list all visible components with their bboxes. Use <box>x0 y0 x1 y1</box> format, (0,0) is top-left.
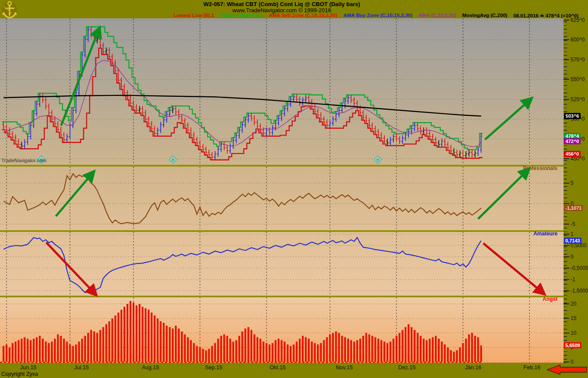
value-badge-AMA: 472^0 <box>564 138 581 144</box>
angst-bar <box>308 339 310 362</box>
angst-bar <box>145 308 147 362</box>
x-axis-label: Aug.15 <box>142 364 159 371</box>
y-axis-major-tick <box>564 59 569 60</box>
angst-bar <box>287 344 288 362</box>
angst-bar <box>256 337 258 362</box>
angst-bar <box>9 347 10 362</box>
angst-bar <box>477 337 479 362</box>
angst-bar <box>160 321 161 362</box>
copyright: Copyright Zyxa <box>1 371 38 377</box>
angst-bar <box>390 341 391 362</box>
angst-bar <box>166 326 168 362</box>
angst-bar <box>217 339 219 362</box>
angst-bar <box>157 318 158 362</box>
angst-bar <box>51 341 53 362</box>
trade-navigator-window: W2-057: Wheat CBT (Comb) Cont Liq @ CBOT… <box>0 0 588 378</box>
angst-bar <box>250 330 252 362</box>
angst-bar <box>103 327 104 362</box>
y-axis-label: 600^0 <box>571 37 585 43</box>
angst-bar <box>190 340 192 362</box>
angst-bar <box>278 339 280 362</box>
y-axis-major-tick <box>564 234 569 235</box>
angst-bar <box>175 326 177 362</box>
y-axis-major-tick <box>564 303 569 304</box>
scroll-left-arrow-icon[interactable] <box>547 365 587 375</box>
panel-label-amat: Amateure <box>480 231 557 237</box>
watermark: TradeNavigator.com <box>1 158 46 163</box>
angst-bar <box>106 324 107 362</box>
angst-bar <box>133 303 134 362</box>
angst-bar <box>126 304 128 362</box>
y-axis-label: -1 <box>571 276 575 283</box>
angst-bar <box>344 337 346 362</box>
angst-bar <box>429 339 431 362</box>
angst-bar <box>462 343 464 362</box>
angst-bar <box>338 333 340 362</box>
angst-bar <box>290 346 291 362</box>
angst-bar <box>21 339 22 362</box>
y-axis-label: 10 <box>571 330 576 336</box>
panel-label-prof: Professionals <box>480 165 557 171</box>
value-badge-Amateure: 0,7143 <box>564 238 581 244</box>
angst-bar <box>181 331 183 362</box>
y-axis-label: 15 <box>571 315 576 321</box>
angst-bar <box>226 336 228 362</box>
angst-bar <box>238 336 240 362</box>
angst-bar <box>3 346 4 362</box>
angst-bar <box>199 347 201 362</box>
angst-bar <box>24 337 25 362</box>
angst-bar <box>87 333 89 362</box>
chart-canvas[interactable]: RRR <box>0 0 588 378</box>
angst-bar <box>142 307 144 362</box>
x-axis-label: Sep.15 <box>205 364 222 371</box>
angst-bar <box>371 336 373 362</box>
angst-bar <box>184 334 186 362</box>
angst-bar <box>296 341 297 362</box>
angst-bar <box>269 344 270 362</box>
angst-bar <box>187 337 189 362</box>
angst-bar <box>253 334 255 362</box>
value-badge-Angst: 5,6509 <box>564 342 581 348</box>
y-axis-label: 525^0 <box>571 96 585 102</box>
angst-bar <box>48 343 50 362</box>
angst-bar <box>117 313 119 362</box>
up-trend-arrow <box>485 99 530 140</box>
angst-bar <box>148 310 150 362</box>
y-axis-major-tick <box>564 158 569 159</box>
angst-bar <box>169 327 171 362</box>
y-axis-label: -5 <box>571 221 575 227</box>
ama-line <box>3 61 481 147</box>
angst-bar <box>444 344 446 362</box>
angst-bar <box>12 343 14 362</box>
angst-bar <box>441 341 443 362</box>
angst-bar <box>399 333 400 362</box>
angst-bar <box>396 336 397 362</box>
professionals-line <box>3 174 481 224</box>
angst-bar <box>69 344 71 362</box>
angst-bar <box>220 336 222 362</box>
angst-bar <box>36 337 38 362</box>
x-axis-label: Jän.16 <box>465 364 482 371</box>
y-axis-label: 575^0 <box>571 57 585 63</box>
angst-bar <box>293 344 294 362</box>
angst-bar <box>75 344 77 362</box>
angst-bar <box>474 336 476 362</box>
amateure-line <box>3 238 481 294</box>
angst-bar <box>232 341 234 362</box>
angst-bar <box>438 339 440 362</box>
angst-bar <box>247 327 249 362</box>
angst-bar <box>414 330 415 362</box>
angst-bar <box>402 330 403 362</box>
angst-bar <box>60 336 62 362</box>
angst-bar <box>377 339 379 362</box>
y-axis-major-tick <box>564 245 569 246</box>
moving-average-line <box>3 95 481 116</box>
angst-bar <box>211 346 213 362</box>
angst-bar <box>27 339 28 362</box>
angst-bar <box>229 339 231 362</box>
angst-bar <box>380 340 382 362</box>
angst-bar <box>465 339 467 362</box>
angst-bar <box>456 350 458 362</box>
angst-bar <box>435 336 437 362</box>
angst-bar <box>386 343 388 362</box>
